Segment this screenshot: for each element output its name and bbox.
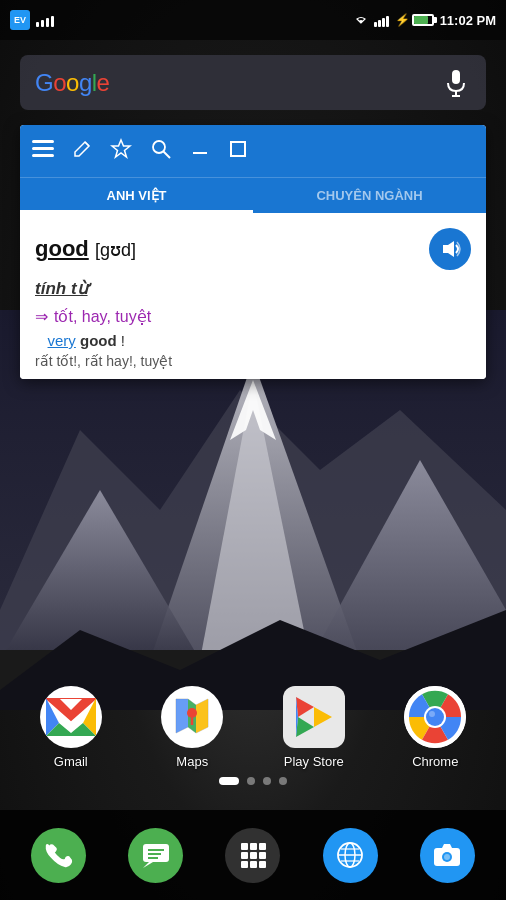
svg-rect-49 bbox=[250, 843, 257, 850]
meaning-arrow: ⇒ bbox=[35, 307, 48, 326]
dict-phonetic: [gʊd] bbox=[95, 240, 136, 260]
app-row: Gmail Maps bbox=[10, 686, 496, 769]
nav-browser[interactable] bbox=[310, 820, 390, 890]
status-time: 11:02 PM bbox=[440, 13, 496, 28]
dict-example-2: rất tốt!, rất hay!, tuyệt bbox=[35, 353, 471, 369]
svg-rect-14 bbox=[32, 154, 54, 157]
svg-rect-9 bbox=[452, 70, 460, 84]
app-item-chrome[interactable]: Chrome bbox=[390, 686, 480, 769]
word-header: good [gʊd] bbox=[35, 228, 471, 270]
svg-point-41 bbox=[426, 708, 444, 726]
status-left: EV bbox=[10, 10, 54, 30]
edit-icon[interactable] bbox=[72, 139, 92, 164]
maps-label: Maps bbox=[176, 754, 208, 769]
tab-anh-viet[interactable]: ANH VIỆT bbox=[20, 178, 253, 213]
app-item-maps[interactable]: Maps bbox=[147, 686, 237, 769]
dictionary-card: ANH VIỆT CHUYÊN NGÀNH good [gʊd] tính từ bbox=[20, 125, 486, 379]
search-icon[interactable] bbox=[150, 138, 172, 165]
page-dot-1 bbox=[219, 777, 239, 785]
wifi-icon bbox=[354, 13, 368, 27]
ev-app-icon: EV bbox=[10, 10, 30, 30]
dict-tabs: ANH VIỆT CHUYÊN NGÀNH bbox=[20, 177, 486, 213]
svg-rect-19 bbox=[231, 142, 245, 156]
part-of-speech: tính từ bbox=[35, 278, 471, 299]
gmail-icon bbox=[40, 686, 102, 748]
globe-icon-circle bbox=[323, 828, 378, 883]
dict-header bbox=[20, 125, 486, 177]
svg-point-16 bbox=[153, 141, 165, 153]
battery-icon bbox=[412, 14, 434, 26]
svg-rect-51 bbox=[241, 852, 248, 859]
menu-icon[interactable] bbox=[32, 140, 54, 163]
svg-marker-36 bbox=[296, 717, 314, 737]
svg-rect-52 bbox=[250, 852, 257, 859]
chrome-label: Chrome bbox=[412, 754, 458, 769]
app-dock: Gmail Maps bbox=[0, 686, 506, 800]
status-right: ⚡ 11:02 PM bbox=[354, 13, 496, 28]
dict-example-1: very good ! bbox=[35, 332, 471, 349]
page-indicators bbox=[10, 777, 496, 785]
svg-marker-20 bbox=[443, 241, 454, 257]
nav-message[interactable] bbox=[116, 820, 196, 890]
star-icon[interactable] bbox=[110, 138, 132, 165]
dict-content: good [gʊd] tính từ ⇒ tốt, hay, tuyệt ver… bbox=[20, 213, 486, 379]
svg-marker-34 bbox=[296, 697, 314, 717]
svg-rect-50 bbox=[259, 843, 266, 850]
apps-grid-icon bbox=[225, 828, 280, 883]
message-icon-circle bbox=[128, 828, 183, 883]
tab-chuyen-nganh[interactable]: CHUYÊN NGÀNH bbox=[253, 178, 486, 213]
mic-icon[interactable] bbox=[441, 68, 471, 98]
example-link-very[interactable]: very bbox=[48, 332, 76, 349]
minimize-icon[interactable] bbox=[190, 139, 210, 164]
playstore-icon bbox=[283, 686, 345, 748]
svg-point-64 bbox=[444, 854, 450, 860]
svg-point-32 bbox=[187, 708, 197, 718]
page-dot-2 bbox=[247, 777, 255, 785]
svg-rect-56 bbox=[259, 861, 266, 868]
phone-icon-circle bbox=[31, 828, 86, 883]
dict-word: good [gʊd] bbox=[35, 236, 136, 261]
sound-button[interactable] bbox=[429, 228, 471, 270]
page-dot-4 bbox=[279, 777, 287, 785]
word-display: good [gʊd] bbox=[35, 236, 136, 262]
chrome-icon bbox=[404, 686, 466, 748]
app-item-playstore[interactable]: Play Store bbox=[269, 686, 359, 769]
page-dot-3 bbox=[263, 777, 271, 785]
nav-camera[interactable] bbox=[407, 820, 487, 890]
nav-apps-grid[interactable] bbox=[213, 820, 293, 890]
gmail-label: Gmail bbox=[54, 754, 88, 769]
app-item-gmail[interactable]: Gmail bbox=[26, 686, 116, 769]
nav-phone[interactable] bbox=[19, 820, 99, 890]
cell-signal-icon bbox=[374, 13, 389, 27]
svg-marker-35 bbox=[314, 707, 332, 727]
dict-meanings: ⇒ tốt, hay, tuyệt bbox=[35, 307, 471, 326]
camera-icon-circle bbox=[420, 828, 475, 883]
svg-rect-55 bbox=[250, 861, 257, 868]
signal-indicator bbox=[36, 13, 54, 27]
svg-line-17 bbox=[164, 151, 171, 158]
maps-icon bbox=[161, 686, 223, 748]
svg-rect-48 bbox=[241, 843, 248, 850]
nav-bar bbox=[0, 810, 506, 900]
google-search-bar[interactable]: Google bbox=[20, 55, 486, 110]
google-logo: Google bbox=[35, 69, 109, 97]
battery-status: ⚡ bbox=[395, 13, 434, 27]
maximize-icon[interactable] bbox=[228, 139, 248, 164]
status-bar: EV ⚡ 11:02 PM bbox=[0, 0, 506, 40]
svg-rect-13 bbox=[32, 147, 54, 150]
svg-rect-12 bbox=[32, 140, 54, 143]
svg-rect-54 bbox=[241, 861, 248, 868]
svg-marker-15 bbox=[112, 140, 130, 157]
svg-point-42 bbox=[429, 711, 435, 717]
svg-rect-53 bbox=[259, 852, 266, 859]
svg-marker-44 bbox=[143, 862, 153, 868]
playstore-label: Play Store bbox=[284, 754, 344, 769]
